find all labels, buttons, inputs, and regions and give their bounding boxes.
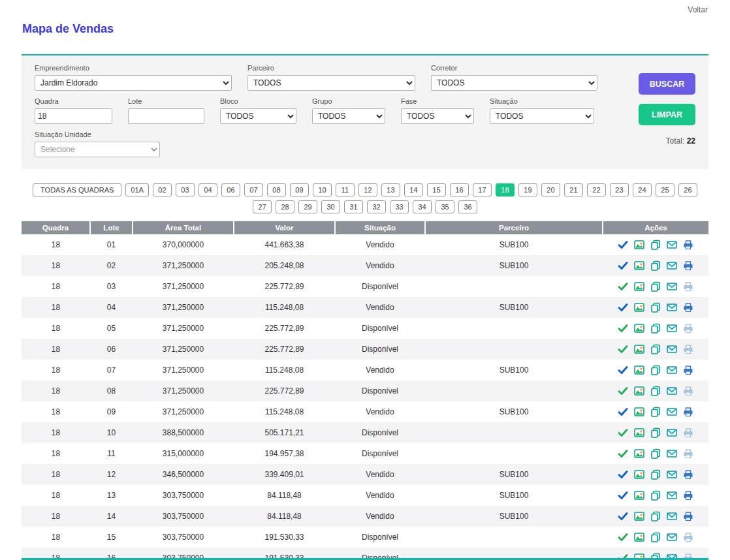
status-check-icon[interactable] [618, 407, 628, 417]
quadra-button-21[interactable]: 21 [564, 183, 583, 196]
copy-icon[interactable] [650, 323, 661, 334]
print-icon[interactable] [683, 365, 693, 375]
map-image-icon[interactable] [634, 302, 644, 313]
print-icon[interactable] [683, 532, 693, 542]
quadra-button-04[interactable]: 04 [198, 183, 217, 196]
quadra-button-31[interactable]: 31 [344, 200, 363, 213]
quadra-button-33[interactable]: 33 [390, 200, 409, 213]
map-image-icon[interactable] [634, 511, 644, 521]
print-icon[interactable] [683, 407, 693, 417]
status-check-icon[interactable] [618, 448, 628, 459]
quadra-button-15[interactable]: 15 [427, 183, 446, 196]
quadra-input[interactable] [35, 108, 112, 124]
map-image-icon[interactable] [634, 344, 644, 354]
mail-icon[interactable] [667, 344, 677, 354]
quadra-button-23[interactable]: 23 [610, 183, 629, 196]
status-check-icon[interactable] [618, 281, 628, 292]
status-check-icon[interactable] [618, 323, 628, 334]
print-icon[interactable] [683, 428, 693, 438]
situacao-unidade-select[interactable]: Selecione [35, 142, 160, 157]
print-icon[interactable] [683, 240, 693, 250]
copy-icon[interactable] [650, 532, 661, 542]
print-icon[interactable] [683, 448, 693, 459]
quadra-button-29[interactable]: 29 [298, 200, 317, 213]
quadra-button-08[interactable]: 08 [267, 183, 286, 196]
quadra-all-button[interactable]: TODAS AS QUADRAS [33, 183, 121, 196]
print-icon[interactable] [683, 511, 693, 521]
map-image-icon[interactable] [634, 428, 644, 438]
buscar-button[interactable]: BUSCAR [639, 73, 695, 95]
status-check-icon[interactable] [618, 469, 628, 480]
status-check-icon[interactable] [618, 260, 628, 271]
print-icon[interactable] [683, 302, 693, 313]
mail-icon[interactable] [667, 302, 677, 313]
fase-select[interactable]: TODOS [401, 108, 474, 124]
status-check-icon[interactable] [618, 240, 628, 250]
quadra-button-34[interactable]: 34 [413, 200, 432, 213]
status-check-icon[interactable] [618, 344, 628, 354]
status-check-icon[interactable] [618, 302, 628, 313]
print-icon[interactable] [683, 344, 693, 354]
quadra-button-24[interactable]: 24 [633, 183, 652, 196]
print-icon[interactable] [683, 490, 693, 501]
back-link[interactable]: Voltar [688, 5, 708, 14]
print-icon[interactable] [683, 323, 693, 334]
map-image-icon[interactable] [634, 469, 644, 480]
bloco-select[interactable]: TODOS [220, 108, 296, 124]
status-check-icon[interactable] [618, 532, 628, 542]
quadra-button-06[interactable]: 06 [221, 183, 240, 196]
quadra-button-32[interactable]: 32 [367, 200, 386, 213]
copy-icon[interactable] [650, 386, 661, 396]
quadra-button-35[interactable]: 35 [436, 200, 454, 213]
quadra-button-18[interactable]: 18 [496, 183, 515, 196]
print-icon[interactable] [683, 386, 693, 396]
copy-icon[interactable] [650, 407, 661, 417]
quadra-button-26[interactable]: 26 [678, 183, 697, 196]
mail-icon[interactable] [667, 407, 677, 417]
status-check-icon[interactable] [618, 386, 628, 396]
quadra-button-03[interactable]: 03 [176, 183, 195, 196]
copy-icon[interactable] [650, 490, 661, 501]
quadra-button-28[interactable]: 28 [276, 200, 294, 213]
mail-icon[interactable] [667, 323, 677, 334]
quadra-button-19[interactable]: 19 [518, 183, 537, 196]
quadra-button-30[interactable]: 30 [321, 200, 340, 213]
mail-icon[interactable] [667, 386, 677, 396]
limpar-button[interactable]: LIMPAR [639, 104, 695, 125]
quadra-button-17[interactable]: 17 [473, 183, 492, 196]
status-check-icon[interactable] [618, 365, 628, 375]
quadra-button-27[interactable]: 27 [253, 200, 272, 213]
grupo-select[interactable]: TODOS [312, 108, 385, 124]
corretor-select[interactable]: TODOS [431, 75, 597, 91]
quadra-button-22[interactable]: 22 [587, 183, 606, 196]
parceiro-select[interactable]: TODOS [247, 75, 415, 91]
quadra-button-16[interactable]: 16 [450, 183, 469, 196]
status-check-icon[interactable] [618, 428, 628, 438]
copy-icon[interactable] [650, 428, 661, 438]
quadra-button-36[interactable]: 36 [458, 200, 477, 213]
mail-icon[interactable] [667, 260, 677, 271]
copy-icon[interactable] [650, 469, 661, 480]
mail-icon[interactable] [667, 240, 677, 250]
map-image-icon[interactable] [634, 260, 644, 271]
map-image-icon[interactable] [634, 490, 644, 501]
mail-icon[interactable] [667, 469, 677, 480]
situacao-select[interactable]: TODOS [490, 108, 594, 124]
copy-icon[interactable] [650, 281, 661, 292]
print-icon[interactable] [683, 260, 693, 271]
copy-icon[interactable] [650, 448, 661, 459]
empreendimento-select[interactable]: Jardim Eldorado [35, 75, 232, 91]
mail-icon[interactable] [667, 448, 677, 459]
quadra-button-07[interactable]: 07 [244, 183, 263, 196]
copy-icon[interactable] [650, 365, 661, 375]
quadra-button-13[interactable]: 13 [381, 183, 400, 196]
map-image-icon[interactable] [634, 386, 644, 396]
mail-icon[interactable] [667, 532, 677, 542]
quadra-button-20[interactable]: 20 [541, 183, 560, 196]
status-check-icon[interactable] [618, 490, 628, 501]
mail-icon[interactable] [667, 365, 677, 375]
copy-icon[interactable] [650, 344, 661, 354]
print-icon[interactable] [683, 469, 693, 480]
map-image-icon[interactable] [634, 240, 644, 250]
map-image-icon[interactable] [634, 532, 644, 542]
